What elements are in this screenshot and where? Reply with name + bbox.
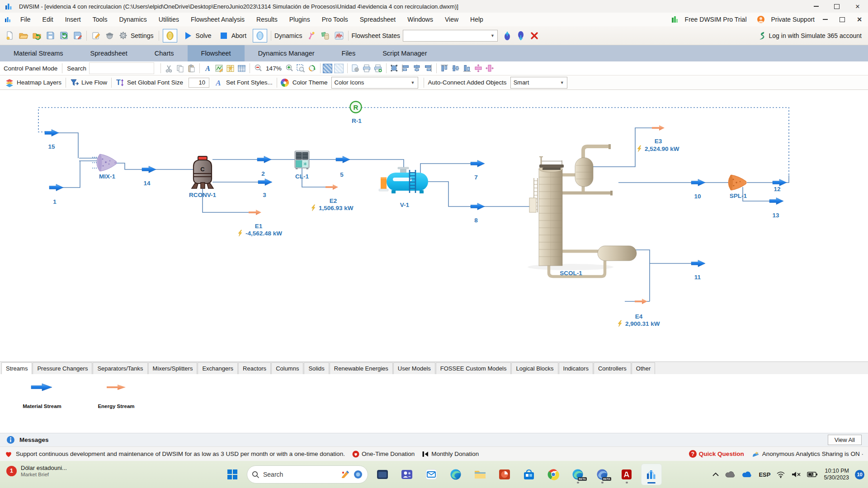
simulate365-login-link[interactable]: Log in with Simulate 365 account [769,32,862,39]
mdi-restore-button[interactable] [835,14,849,25]
menu-dynamics[interactable]: Dynamics [113,16,152,23]
one-time-donation-link[interactable]: One-Time Donation [362,450,415,457]
menu-plugins[interactable]: Plugins [283,16,316,23]
state-restore-icon[interactable] [515,30,527,42]
palette-tab-reactors[interactable]: Reactors [238,362,271,374]
open-file-button[interactable] [17,30,29,42]
font-icon[interactable]: A [203,63,213,73]
menu-results[interactable]: Results [250,16,283,23]
menu-utilities[interactable]: Utilities [153,16,185,23]
palette-tab-separators-tanks[interactable]: Separators/Tanks [93,362,147,374]
palette-tab-pressure-changers[interactable]: Pressure Changers [33,362,92,374]
zoom-in-icon[interactable] [284,63,294,73]
font-styles-button[interactable]: Set Font Styles... [226,79,273,86]
analytics-sharing-toggle[interactable]: Anonymous Analytics Sharing is ON · [762,450,863,457]
recycle-block[interactable]: R [350,102,362,113]
mdi-minimize-button[interactable] [818,14,832,25]
dynamics-integrator-icon[interactable] [306,30,318,42]
solver-toggle[interactable] [163,29,177,42]
palette-item-energy-stream[interactable]: Energy Stream [87,383,146,409]
stream-3-arrow[interactable] [258,179,272,186]
stream-11-arrow[interactable] [691,260,705,267]
distillation-column-block[interactable] [528,144,637,277]
abort-icon[interactable] [218,30,230,42]
palette-tab-indicators[interactable]: Indicators [559,362,593,374]
taskbar-app-dwsim[interactable] [641,464,662,485]
start-button[interactable] [222,464,242,485]
menu-file[interactable]: File [14,16,37,23]
tab-dynamics-manager[interactable]: Dynamics Manager [245,45,328,61]
free-pro-trial-link[interactable]: Free DWSIM Pro Trial [685,16,747,23]
tab-script-manager[interactable]: Script Manager [369,45,440,61]
minimize-button[interactable] [806,0,826,13]
palette-tab-exchangers[interactable]: Exchangers [198,362,238,374]
menu-tools[interactable]: Tools [87,16,113,23]
color-theme-combobox[interactable]: Color Icons ▼ [331,77,418,89]
view-all-button[interactable]: View All [828,435,862,445]
flowsheet-canvas[interactable]: R C [0,90,868,361]
search-input[interactable] [89,62,154,74]
menu-help[interactable]: Help [464,16,489,23]
page-setup-icon[interactable] [350,63,360,73]
snap-to-grid-toggle[interactable] [323,64,332,73]
energy-e3-arrow[interactable] [652,125,665,131]
stream-7-arrow[interactable] [471,160,485,167]
paste-icon[interactable] [187,63,197,73]
tab-spreadsheet[interactable]: Spreadsheet [77,45,141,61]
taskbar-app-edge-dev[interactable]: BETA [592,464,612,485]
open-recent-button[interactable] [31,30,42,42]
align-bottom-icon[interactable] [462,63,472,73]
palette-tab-logical-blocks[interactable]: Logical Blocks [511,362,558,374]
live-flow-button[interactable]: Live Flow [81,79,107,86]
close-button[interactable]: ✕ [847,0,868,13]
distribute-vertical-icon[interactable] [485,63,495,73]
stream-12-arrow[interactable] [773,179,787,186]
energy-e1-arrow[interactable] [249,210,261,215]
zoom-selection-icon[interactable] [296,63,306,73]
tab-flowsheet[interactable]: Flowsheet [188,45,245,61]
menu-insert[interactable]: Insert [59,16,87,23]
palette-tab-other[interactable]: Other [632,362,656,374]
select-objects-icon[interactable] [389,63,399,73]
settings-gear-icon[interactable] [117,30,129,42]
energy-e4-arrow[interactable] [635,299,647,304]
dynamics-label[interactable]: Dynamics [274,32,302,39]
edit-charts-icon[interactable] [214,63,224,73]
distribute-horizontal-icon[interactable] [473,63,483,73]
control-panel-mode-button[interactable]: Control Panel Mode [4,65,57,72]
save-all-button[interactable] [58,30,70,42]
stream-13-arrow[interactable] [769,198,783,205]
stream-5-arrow[interactable] [336,156,350,163]
stream-15-arrow[interactable] [45,130,59,136]
cooler-block[interactable] [295,151,309,169]
mixer-block[interactable] [97,154,117,171]
global-font-size-input[interactable]: 10 [189,78,209,88]
conversion-reactor-block[interactable]: C [192,156,213,188]
dynamics-toggle[interactable] [253,29,267,42]
align-right-icon[interactable] [423,63,433,73]
palette-tab-mixers-splitters[interactable]: Mixers/Splitters [148,362,198,374]
restore-button[interactable] [826,0,847,13]
autoconnect-combobox[interactable]: Smart ▼ [510,77,567,89]
stream-2-arrow[interactable] [257,156,271,163]
tray-cloud-icon[interactable] [725,470,736,479]
tab-material-streams[interactable]: Material Streams [0,45,77,61]
tray-battery-icon[interactable] [807,471,818,478]
palette-tab-controllers[interactable]: Controllers [594,362,631,374]
print-icon[interactable] [362,63,372,73]
taskbar-app-acrobat[interactable] [617,464,637,485]
state-delete-icon[interactable] [528,30,540,42]
align-top-icon[interactable] [439,63,449,73]
zoom-level-value[interactable]: 147% [266,65,282,72]
tray-onedrive-icon[interactable] [742,470,753,479]
mdi-close-button[interactable]: ✕ [853,14,866,25]
stream-1-arrow[interactable] [49,184,63,191]
menu-pro-tools[interactable]: Pro Tools [316,16,354,23]
taskbar-app-file-explorer[interactable] [470,464,490,485]
splitter-block[interactable] [728,175,746,190]
taskbar-app-chrome[interactable] [543,464,563,485]
tray-clock[interactable]: 10:10 PM 5/30/2023 [824,468,849,481]
new-file-button[interactable] [4,30,15,42]
abort-button[interactable]: Abort [231,32,246,39]
menu-flowsheet-analysis[interactable]: Flowsheet Analysis [185,16,250,23]
